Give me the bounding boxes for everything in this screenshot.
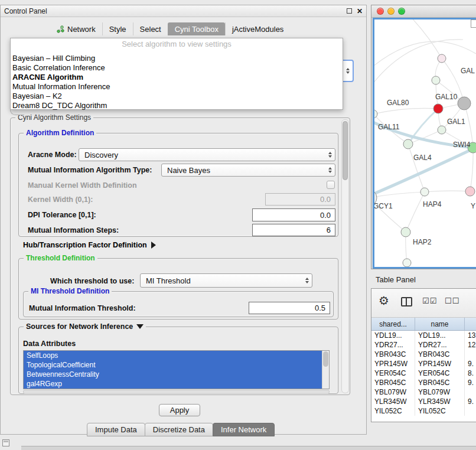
table-row[interactable]: YLR345WYLR345W9. [371, 397, 476, 406]
table-cell: YLR345W [371, 397, 415, 406]
mi-steps-field[interactable]: 6 [252, 224, 335, 236]
tab-jactivemodules[interactable]: jActiveModules [225, 22, 290, 35]
columns-icon[interactable] [401, 297, 412, 306]
bottom-tab-impute-data[interactable]: Impute Data [87, 423, 145, 436]
table-cell: 9. [465, 378, 476, 387]
network-node-hap4[interactable] [420, 188, 429, 196]
hub-section-toggle[interactable]: Hub/Transcription Factor Definition [23, 241, 156, 249]
column-header-shared[interactable]: shared... [371, 318, 415, 330]
list-scrollbar[interactable] [322, 351, 329, 389]
table-cell: YDL19... [371, 331, 415, 340]
minimized-window-icon[interactable] [2, 439, 9, 446]
network-node-left-mid[interactable] [374, 110, 377, 118]
control-panel-titlebar: Control Panel ✕ [1, 5, 366, 17]
dpi-tolerance-field[interactable]: 0.0 [252, 208, 335, 221]
dropdown-placeholder[interactable]: Select algorithm to view settings [11, 38, 343, 50]
table-row[interactable]: YPR145WYPR145W9. [371, 359, 476, 369]
table-row[interactable]: YBR043CYBR043C [371, 350, 476, 359]
aracne-mode-select[interactable]: Discovery [79, 148, 335, 161]
table-cell: YER054C [415, 369, 465, 378]
table-row[interactable]: YDR27...YDR27...12 [371, 340, 476, 350]
column-header-extra[interactable] [465, 318, 476, 330]
table-cell: YPR145W [371, 359, 415, 369]
table-row[interactable]: YIL052CYIL052C [371, 406, 476, 416]
tab-cyni-toolbox[interactable]: Cyni Toolbox [168, 22, 225, 35]
mi-threshold-field[interactable]: 0.5 [249, 302, 330, 314]
table-toolbar: ⚙ ☑☑ ☐☐ [371, 289, 476, 318]
bottom-tab-discretize-data[interactable]: Discretize Data [145, 423, 213, 436]
node-label-gal1: GAL1 [447, 118, 465, 126]
node-label-hap2: HAP2 [413, 238, 432, 246]
network-node-gray-hub[interactable] [458, 97, 471, 110]
gear-icon[interactable]: ⚙ [379, 295, 389, 306]
select-all-icon[interactable]: ☑☑ [422, 296, 437, 305]
network-node-top-pink[interactable] [438, 54, 446, 63]
network-node-right-pink[interactable] [465, 187, 475, 196]
list-horizontal-scrollbar[interactable] [23, 390, 330, 394]
bottom-tab-infer-network[interactable]: Infer Network [213, 423, 275, 436]
network-edge [406, 192, 425, 232]
network-canvas[interactable]: GALGAL80GAL10GAL11GAL1SWI4GAL4GCY1HAP4YH… [373, 18, 476, 269]
which-threshold-select[interactable]: MI Threshold [140, 273, 312, 288]
table-cell: YBR043C [371, 350, 415, 359]
bottom-tabs: Impute DataDiscretize DataInfer Network [87, 423, 274, 436]
attribute-item-gal4rgexp[interactable]: gal4RGexp [24, 379, 322, 389]
kernel-width-field[interactable]: 0.0 [265, 193, 335, 206]
network-graph: GALGAL80GAL10GAL11GAL1SWI4GAL4GCY1HAP4YH… [374, 19, 476, 267]
apply-button[interactable]: Apply [159, 404, 200, 416]
node-label-gcy1: GCY1 [374, 202, 393, 210]
network-node-gal4[interactable] [403, 139, 413, 149]
network-node-bottom[interactable] [403, 259, 411, 267]
algorithm-option-bayesian-k2[interactable]: Bayesian – K2 [11, 92, 343, 101]
table-row[interactable]: YER054CYER054C8. [371, 369, 476, 378]
table-cell: YIL052C [371, 406, 415, 416]
mi-steps-value: 6 [327, 226, 331, 234]
network-edge [374, 40, 463, 89]
tab-label: Network [67, 25, 96, 34]
network-edge [408, 144, 425, 192]
algorithm-option-basic-correlation-inference[interactable]: Basic Correlation Inference [11, 63, 343, 73]
dpi-tolerance-label: DPI Tolerance [0,1]: [28, 211, 96, 219]
manual-kernel-checkbox[interactable] [327, 181, 335, 189]
tab-network[interactable]: Network [50, 22, 102, 35]
zoom-traffic-light[interactable] [398, 8, 405, 15]
attribute-item-selfloops[interactable]: SelfLoops [24, 351, 322, 360]
sources-title-text: Sources for Network Inference [26, 322, 133, 331]
network-node-hap2[interactable] [401, 227, 410, 237]
table-header: shared... name [371, 318, 476, 331]
float-window-icon[interactable] [347, 8, 352, 14]
mi-algorithm-type-label: Mutual Information Algorithm Type: [28, 166, 152, 174]
attribute-item-betweennesscentrality[interactable]: BetweennessCentrality [24, 370, 322, 379]
network-edge [374, 192, 425, 198]
table-cell: 13 [465, 331, 476, 340]
algorithm-option-dream8-dc-tdc-algorithm[interactable]: Dream8 DC_TDC Algorithm [11, 101, 343, 110]
minimize-traffic-light[interactable] [387, 8, 395, 15]
threshold-definition-title: Threshold Definition [24, 254, 97, 262]
tab-select[interactable]: Select [133, 22, 168, 35]
settings-scrollbar[interactable] [341, 119, 349, 393]
screen: Control Panel ✕ NetworkStyleSelectCyni T… [0, 0, 476, 450]
network-view-window: GALGAL80GAL10GAL11GAL1SWI4GAL4GCY1HAP4YH… [371, 5, 476, 269]
data-attributes-list[interactable]: SelfLoopsTopologicalCoefficientBetweenne… [23, 350, 330, 389]
algorithm-option-aracne-algorithm[interactable]: ARACNE Algorithm [11, 73, 343, 82]
mi-algorithm-type-select[interactable]: Naive Bayes [161, 164, 335, 177]
table-row[interactable]: YBL079WYBL079W [371, 387, 476, 397]
column-header-name[interactable]: name [415, 318, 465, 330]
close-traffic-light[interactable] [377, 8, 384, 15]
table-row[interactable]: YBR045CYBR045C9. [371, 378, 476, 387]
attribute-item-topologicalcoefficient[interactable]: TopologicalCoefficient [24, 360, 322, 370]
table-cell [465, 406, 476, 416]
algorithm-option-mutual-information-inference[interactable]: Mutual Information Inference [11, 82, 343, 92]
network-node-gal10-red[interactable] [433, 104, 443, 113]
tab-style[interactable]: Style [102, 22, 133, 35]
tab-label: Select [140, 25, 161, 34]
sources-group-title[interactable]: Sources for Network Inference [24, 322, 146, 331]
algorithm-option-bayesian-hill-climbing[interactable]: Bayesian – Hill Climbing [11, 54, 343, 63]
network-node-gal1[interactable] [438, 126, 446, 134]
table-row[interactable]: YDL19...YDL19...13 [371, 331, 476, 340]
deselect-all-icon[interactable]: ☐☐ [445, 296, 459, 305]
network-node-top-green[interactable] [432, 76, 440, 84]
table-cell [465, 387, 476, 397]
close-panel-icon[interactable]: ✕ [357, 8, 363, 15]
scrollbar-thumb[interactable] [343, 121, 348, 180]
